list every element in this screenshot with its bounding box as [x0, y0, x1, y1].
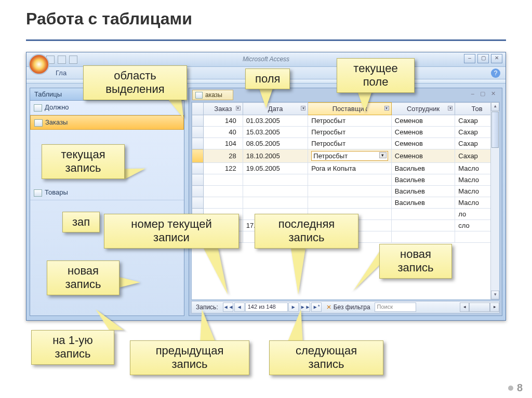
col-date[interactable]: Дата▾ — [243, 103, 308, 115]
table-row-current[interactable]: 2818.10.2005ПетросбытСеменовСахар — [192, 149, 499, 163]
titlebar: Microsoft Access – ▢ ✕ — [26, 52, 506, 67]
scroll-right-icon[interactable]: ▸ — [490, 303, 499, 312]
callout-last-record: последняя запись — [255, 214, 358, 249]
scroll-up-icon[interactable]: ▴ — [491, 102, 499, 111]
first-record-button[interactable]: ◄◄ — [223, 303, 233, 312]
callout-current-field: текущее поле — [337, 58, 415, 93]
window-buttons: – ▢ ✕ — [464, 54, 502, 63]
page-number: 8 — [517, 382, 523, 394]
slide-rule — [26, 39, 506, 41]
scroll-down-icon[interactable]: ▾ — [491, 291, 499, 299]
chevron-down-icon[interactable]: ▾ — [301, 106, 305, 111]
horizontal-scroll[interactable]: ◂ ▸ — [460, 303, 499, 312]
document-area: аказы – ▢ ✕ Заказ▾ Дата▾ Поставщик▾ Сотр… — [189, 88, 502, 316]
supplier-combo[interactable]: Петросбыт — [311, 151, 388, 161]
doc-tab-orders[interactable]: аказы — [192, 90, 233, 100]
new-record-button[interactable]: ►* — [311, 303, 322, 312]
search-input[interactable]: Поиск — [375, 303, 416, 312]
callout-selection-area: область выделения — [83, 65, 187, 100]
record-navigator: Запись: ◄◄ ◄ 142 из 148 ► ►► ►* ✕ Без фи… — [191, 301, 500, 313]
nav-item-positions[interactable]: Должно — [30, 101, 184, 115]
callout-new-record-left: новая запись — [47, 260, 119, 295]
col-supplier[interactable]: Поставщик▾ — [308, 103, 392, 115]
ribbon-tab-home[interactable]: Гла — [56, 69, 66, 77]
callout-fields: поля — [245, 68, 290, 89]
col-employee[interactable]: Сотрудник▾ — [391, 103, 455, 115]
qat-undo-icon[interactable] — [58, 56, 66, 64]
record-counter[interactable]: 142 из 148 — [245, 303, 288, 312]
filter-indicator[interactable]: ✕ Без фильтра — [326, 304, 370, 311]
table-row[interactable]: ВасильевМасло — [192, 197, 499, 209]
chevron-down-icon[interactable]: ▾ — [384, 106, 389, 111]
table-row[interactable]: 4015.03.2005ПетросбытСеменовСахар — [192, 127, 499, 138]
callout-new-record-right: новая запись — [379, 244, 452, 279]
funnel-icon: ✕ — [326, 304, 331, 311]
col-order[interactable]: Заказ▾ — [204, 103, 243, 115]
callout-first-record: на 1-ую запись — [31, 330, 114, 365]
datasheet: Заказ▾ Дата▾ Поставщик▾ Сотрудник▾ Тов 1… — [191, 102, 500, 300]
callout-next-record: следующая запись — [269, 340, 383, 375]
table-row[interactable]: 12219.05.2005Рога и КопытаВасильевМасло — [192, 163, 499, 174]
slide-title: Работа с таблицами — [26, 9, 192, 29]
prev-record-button[interactable]: ◄ — [234, 303, 245, 312]
table-row[interactable]: ВасильевМасло — [192, 186, 499, 197]
help-icon[interactable]: ? — [491, 68, 500, 78]
qat-redo-icon[interactable] — [69, 56, 77, 64]
nav-item-products[interactable]: Товары — [30, 186, 184, 200]
quick-access-toolbar — [46, 56, 77, 64]
maximize-button[interactable]: ▢ — [477, 54, 489, 63]
select-all-corner[interactable] — [192, 103, 204, 115]
callout-current-number: номер текущей записи — [104, 214, 239, 249]
scroll-thumb[interactable] — [491, 112, 499, 148]
table-row[interactable]: 14001.03.2005ПетросбытСеменовСахар — [192, 115, 499, 127]
hscroll-thumb[interactable] — [469, 303, 490, 312]
nav-item-orders[interactable]: Заказы — [30, 115, 184, 130]
close-button[interactable]: ✕ — [491, 54, 502, 63]
page-bullet — [508, 386, 513, 391]
scroll-left-icon[interactable]: ◂ — [460, 303, 469, 312]
app-title: Microsoft Access — [243, 56, 289, 63]
callout-zap: зап — [62, 212, 100, 232]
minimize-button[interactable]: – — [464, 54, 475, 63]
vertical-scrollbar[interactable]: ▴ ▾ — [490, 102, 499, 299]
mdi-window-buttons[interactable]: – ▢ ✕ — [471, 90, 498, 97]
table-row[interactable]: 10408.05.2005ПетросбытСеменовСахар — [192, 138, 499, 149]
table-row[interactable]: ВасильевМасло — [192, 174, 499, 186]
callout-prev-record: предыдущая запись — [130, 340, 249, 375]
callout-current-record: текущая запись — [42, 144, 125, 179]
office-button[interactable] — [29, 54, 49, 75]
chevron-down-icon[interactable]: ▾ — [448, 106, 453, 111]
chevron-down-icon[interactable]: ▾ — [236, 106, 241, 111]
